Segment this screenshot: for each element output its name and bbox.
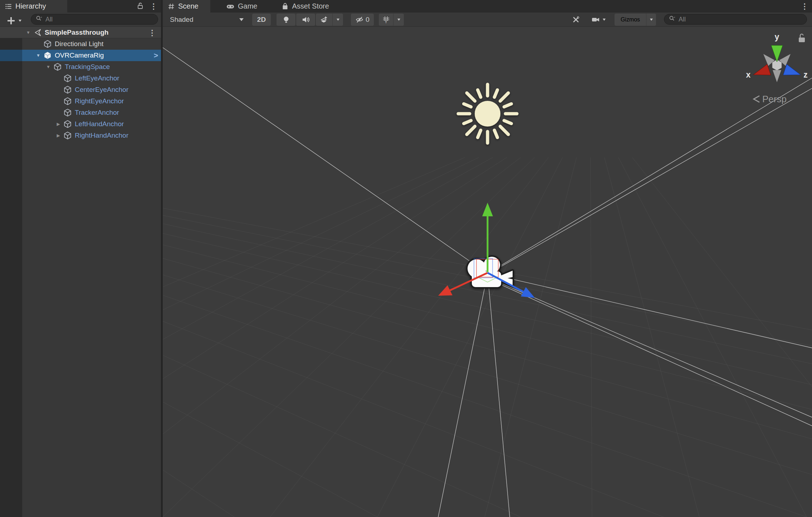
hierarchy-item[interactable]: ▶ LeftHandAnchor — [0, 118, 161, 130]
draw-mode-chevron-icon — [239, 18, 244, 21]
x-axis-cone[interactable] — [752, 64, 771, 80]
grid-axis-icon: Y — [382, 15, 390, 24]
gameobject-cube-icon — [63, 131, 72, 140]
view-lock-open-icon[interactable] — [799, 34, 805, 42]
persp-chevron-icon — [754, 96, 759, 102]
expander-triangle[interactable]: ▼ — [24, 30, 33, 35]
scene-tab-label: Scene — [178, 2, 199, 10]
gameobject-cube-icon — [63, 74, 72, 83]
hierarchy-item[interactable]: ▼ SimplePassthrough ⋮ — [0, 27, 161, 38]
hierarchy-item[interactable]: CenterEyeAnchor — [0, 84, 161, 95]
hierarchy-item[interactable]: Directional Light — [0, 38, 161, 50]
hierarchy-search-input[interactable] — [45, 15, 153, 24]
2d-toggle-label: 2D — [257, 16, 266, 24]
hierarchy-panel: Hierarchy ⋮ — [0, 0, 161, 517]
gizmos-button[interactable]: Gizmos — [615, 14, 646, 26]
tab-game[interactable]: Game — [221, 0, 262, 13]
audio-speaker-icon — [302, 16, 310, 24]
z-axis-label: z — [803, 70, 808, 79]
x-axis-label: x — [746, 70, 751, 79]
gameobject-cube-icon — [63, 108, 72, 117]
scene-camera-icon — [591, 16, 601, 24]
hidden-count-label: 0 — [366, 16, 370, 24]
item-label: LeftEyeAnchor — [75, 74, 119, 82]
grid-visibility-group: Y — [379, 14, 404, 26]
scene-3d-svg: y x z Persp — [163, 27, 812, 517]
item-label: RightEyeAnchor — [75, 97, 124, 105]
tab-scene[interactable]: Scene — [163, 0, 210, 13]
orientation-gizmo[interactable]: y x z — [746, 32, 808, 82]
directional-light-sun-gizmo[interactable] — [458, 84, 517, 143]
scene-effects-group — [316, 14, 343, 26]
hierarchy-item[interactable]: RightEyeAnchor — [0, 95, 161, 107]
scene-viewport[interactable]: y x z Persp — [163, 27, 812, 517]
scene-camera-settings-button[interactable] — [587, 14, 610, 26]
hierarchy-tab-label: Hierarchy — [15, 2, 46, 10]
hierarchy-kebab-menu-icon[interactable]: ⋮ — [150, 3, 157, 10]
hierarchy-search-field[interactable] — [31, 14, 158, 25]
effects-chevron-icon — [337, 19, 339, 21]
unity-editor-window: Hierarchy ⋮ — [0, 0, 812, 517]
game-gamepad-icon — [226, 3, 235, 10]
prefab-open-chevron[interactable]: > — [154, 50, 158, 61]
gameobject-cube-icon — [63, 120, 72, 128]
z-axis-cone[interactable] — [783, 64, 802, 80]
hierarchy-item[interactable]: ▼ OVRCameraRig > — [0, 50, 161, 61]
expander-triangle[interactable]: ▼ — [34, 53, 43, 58]
2d-toggle-button[interactable]: 2D — [252, 14, 271, 26]
tab-asset-store[interactable]: Asset Store — [277, 0, 334, 13]
camera-chevron-icon — [603, 19, 606, 21]
svg-text:Y: Y — [385, 20, 387, 24]
scene-grid-icon — [168, 3, 175, 10]
hidden-objects-button[interactable]: 0 — [351, 14, 374, 26]
hierarchy-item[interactable]: LeftEyeAnchor — [0, 73, 161, 84]
scene-audio-button[interactable] — [296, 14, 315, 26]
y-axis-label: y — [775, 32, 779, 41]
hidden-eye-icon — [355, 16, 364, 24]
gameobject-cube-icon — [53, 63, 62, 71]
expander-triangle[interactable]: ▶ — [54, 133, 63, 138]
tab-hierarchy[interactable]: Hierarchy — [0, 0, 67, 13]
scene-lighting-button[interactable] — [277, 14, 295, 26]
prefab-cube-icon — [43, 51, 52, 60]
scene-search-field[interactable] — [664, 14, 807, 25]
search-icon — [35, 15, 43, 24]
expander-triangle[interactable]: ▼ — [44, 64, 53, 69]
hierarchy-item[interactable]: TrackerAnchor — [0, 107, 161, 118]
item-label: TrackerAnchor — [75, 109, 119, 117]
scene-search-input[interactable] — [678, 15, 802, 24]
item-label: LeftHandAnchor — [75, 120, 124, 128]
add-object-dropdown-icon — [19, 20, 21, 22]
item-label: TrackingSpace — [65, 63, 110, 71]
scene-effects-dropdown[interactable] — [332, 14, 343, 26]
effects-icon — [320, 15, 328, 24]
draw-mode-dropdown[interactable]: Shaded — [166, 14, 248, 26]
hierarchy-toolbar — [0, 13, 161, 27]
asset-store-tab-label: Asset Store — [292, 2, 329, 10]
hierarchy-item[interactable]: ▶ RightHandAnchor — [0, 130, 161, 141]
search-icon — [669, 15, 676, 24]
add-object-button[interactable] — [3, 15, 25, 27]
game-tab-label: Game — [238, 2, 257, 10]
add-object-icon — [6, 16, 16, 25]
grid-visibility-button[interactable]: Y — [379, 14, 393, 26]
hierarchy-item[interactable]: ▼ TrackingSpace — [0, 61, 161, 73]
item-kebab-icon[interactable]: ⋮ — [148, 27, 156, 38]
scene-effects-button[interactable] — [316, 14, 332, 26]
gizmos-dropdown[interactable] — [646, 14, 656, 26]
lock-open-icon[interactable] — [136, 2, 144, 11]
gizmos-chevron-icon — [650, 19, 653, 21]
move-y-arrowhead[interactable] — [482, 203, 493, 216]
item-label: CenterEyeAnchor — [75, 86, 128, 94]
lighting-bulb-icon — [282, 15, 290, 24]
hierarchy-tabbar: Hierarchy ⋮ — [0, 0, 161, 13]
gameobject-cube-icon — [63, 85, 72, 94]
scene-kebab-menu-icon[interactable]: ⋮ — [801, 3, 808, 10]
item-label: Directional Light — [55, 40, 103, 48]
gameobject-cube-icon — [43, 40, 52, 48]
gizmos-label: Gizmos — [621, 16, 640, 23]
projection-mode-control[interactable]: Persp — [754, 94, 787, 104]
expander-triangle[interactable]: ▶ — [54, 122, 63, 127]
component-tools-button[interactable] — [568, 14, 584, 26]
grid-visibility-dropdown[interactable] — [393, 14, 404, 26]
